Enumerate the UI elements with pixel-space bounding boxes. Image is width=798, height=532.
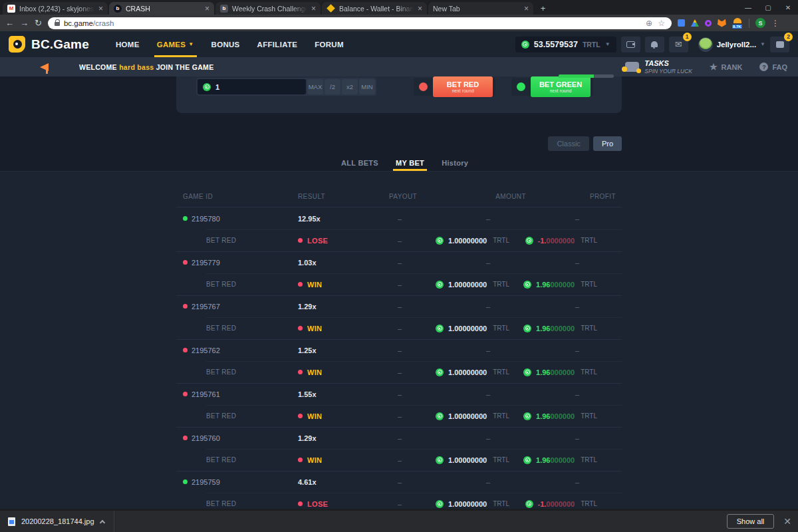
welcome-username: hard bass <box>119 63 154 71</box>
header-right: 53.5579537 TRTL ▼ ✉1 Jellyroll2... ▼ 2 <box>515 37 789 53</box>
faq-link[interactable]: ?FAQ <box>759 63 787 71</box>
star-icon: ★ <box>710 62 718 72</box>
url-domain: bc.game <box>64 19 93 27</box>
extension-icon[interactable] <box>678 19 685 27</box>
amount-dash: – <box>456 207 542 229</box>
tab-my-bet[interactable]: MY BET <box>396 154 424 171</box>
trtl-coin-icon <box>523 368 531 376</box>
browser-tab-binance[interactable]: Balance - Wallet - Binance × <box>322 2 427 15</box>
tab-history[interactable]: History <box>442 154 468 171</box>
result-dot <box>183 348 188 352</box>
tasks-link[interactable]: TASKSSPIN YOUR LUCK <box>625 59 692 74</box>
tab-close-icon[interactable]: × <box>205 5 209 13</box>
tab-close-icon[interactable]: × <box>524 5 529 13</box>
maximize-button[interactable]: ▢ <box>758 0 778 15</box>
rank-link[interactable]: ★RANK <box>710 62 742 72</box>
extension-badge-icon[interactable]: 8.7K <box>732 18 743 29</box>
main-content: 1 MAX /2 x2 MIN BET RED next round <box>0 76 798 532</box>
double-button[interactable]: x2 <box>342 79 358 94</box>
result-dot <box>183 216 188 221</box>
green-dot-icon[interactable] <box>517 82 525 91</box>
trtl-coin-icon <box>525 237 533 245</box>
classic-button[interactable]: Classic <box>548 136 589 151</box>
tab-close-icon[interactable]: × <box>98 5 103 13</box>
bitcointalk-favicon: b <box>220 5 228 13</box>
game-id: 2195779 <box>192 259 220 267</box>
show-all-button[interactable]: Show all <box>727 514 775 529</box>
balance-selector[interactable]: 53.5579537 TRTL ▼ <box>515 37 616 53</box>
chevron-down-icon: ▼ <box>188 41 194 47</box>
browser-tab-newtab[interactable]: New Tab × <box>428 2 533 15</box>
messages-button[interactable]: ✉1 <box>669 37 688 53</box>
close-window-button[interactable]: ✕ <box>778 0 798 15</box>
browser-profile-avatar[interactable]: S <box>755 18 765 28</box>
back-button[interactable]: ← <box>5 19 14 27</box>
bet-row: BET RED LOSE – 1.00000000TRTL -1.0000000… <box>176 229 622 251</box>
download-item[interactable]: 20200228_181744.jpg <box>0 511 114 532</box>
nav-item-games[interactable]: GAMES▼ <box>148 31 203 57</box>
notifications-button[interactable] <box>645 37 664 53</box>
profit-cell: 1.96000000TRTL <box>542 449 622 471</box>
user-menu[interactable]: Jellyroll2... ▼ <box>698 37 765 52</box>
nav-item-affiliate[interactable]: AFFILIATE <box>249 31 307 57</box>
welcome-banner: WELCOME hard bass JOIN THE GAME TASKSSPI… <box>0 57 798 76</box>
wallet-button[interactable] <box>621 37 640 53</box>
trtl-coin-icon <box>436 368 444 376</box>
mail-icon: ✉ <box>675 40 682 49</box>
game-row: 2195760 1.29x – – – <box>176 427 622 449</box>
new-tab-button[interactable]: + <box>537 3 549 14</box>
browser-tab-gmail[interactable]: M Inbox (2,243) - skyjones84@gma × <box>3 2 108 15</box>
url-bar[interactable]: bc.game/crash ⊕ ☆ <box>48 17 672 29</box>
min-button[interactable]: MIN <box>359 79 375 94</box>
close-shelf-icon[interactable]: ✕ <box>783 517 791 526</box>
col-game-id: GAME ID <box>176 186 293 207</box>
max-button[interactable]: MAX <box>307 79 323 94</box>
bet-label: BET RED <box>176 361 293 383</box>
chat-button[interactable]: 2 <box>770 37 789 53</box>
red-dot-icon[interactable] <box>419 82 428 91</box>
browser-menu-icon[interactable]: ⋮ <box>771 19 779 28</box>
forward-button[interactable]: → <box>20 19 29 27</box>
bet-red-button[interactable]: BET RED next round <box>433 76 493 97</box>
trtl-coin-icon <box>436 237 444 245</box>
window-controls: — ▢ ✕ <box>738 0 798 15</box>
bet-row: BET RED WIN – 1.00000000TRTL 1.96000000T… <box>176 361 622 383</box>
bcgame-logo-icon[interactable] <box>9 36 25 53</box>
browser-tab-crash[interactable]: b CRASH × <box>109 2 214 15</box>
drive-icon[interactable] <box>691 19 699 27</box>
lock-icon[interactable] <box>55 22 60 26</box>
nav-item-forum[interactable]: FORUM <box>306 31 352 57</box>
nav-item-home[interactable]: HOME <box>107 31 148 57</box>
question-icon: ? <box>759 63 768 71</box>
browser-tab-bitcointalk[interactable]: b Weekly Crash Challenge - Red Re × <box>215 2 321 15</box>
result-dot <box>183 392 188 396</box>
pro-button[interactable]: Pro <box>593 136 622 151</box>
profit-dash: – <box>542 207 622 229</box>
bet-label: BET RED <box>176 317 293 339</box>
tab-close-icon[interactable]: × <box>418 5 422 13</box>
chevron-up-icon[interactable] <box>99 519 104 525</box>
result-value: 1.55x <box>293 383 379 405</box>
half-button[interactable]: /2 <box>325 79 340 94</box>
minimize-button[interactable]: — <box>738 0 758 15</box>
profit-cell: 1.96000000TRTL <box>542 273 622 295</box>
game-row: 2195759 4.61x – – – <box>176 471 622 493</box>
welcome-message: WELCOME hard bass JOIN THE GAME <box>79 63 213 71</box>
nav-item-bonus[interactable]: BONUS <box>203 31 249 57</box>
tab-close-icon[interactable]: × <box>311 5 316 13</box>
game-id: 2195762 <box>192 346 220 354</box>
bookmark-star-icon[interactable]: ☆ <box>658 19 665 28</box>
site-logo-text[interactable]: BC.Game <box>31 37 89 52</box>
tab-title: Inbox (2,243) - skyjones84@gma <box>19 5 94 13</box>
zoom-page-icon[interactable]: ⊕ <box>646 19 652 28</box>
reload-button[interactable]: ↻ <box>35 19 42 27</box>
bet-row: BET RED WIN – 1.00000000TRTL 1.96000000T… <box>176 449 622 471</box>
tab-all-bets[interactable]: ALL BETS <box>341 154 378 171</box>
wallet-icon <box>626 41 635 48</box>
metamask-icon[interactable] <box>718 19 726 27</box>
bet-amount-input[interactable]: 1 <box>198 79 306 94</box>
trtl-coin-icon <box>436 412 444 420</box>
bet-green-button[interactable]: BET GREEN next round <box>531 76 591 97</box>
extension-ring-icon[interactable] <box>705 20 712 27</box>
trtl-coin-icon <box>523 456 531 464</box>
